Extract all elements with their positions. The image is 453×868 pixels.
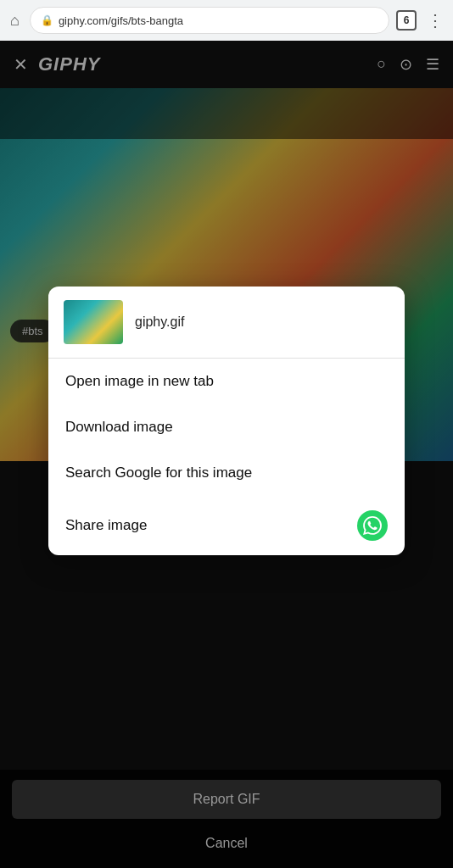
tab-count[interactable]: 6 — [396, 10, 417, 31]
context-menu-header: giphy.gif — [48, 287, 405, 359]
open-in-new-tab-label: Open image in new tab — [65, 373, 214, 390]
search-google-label: Search Google for this image — [65, 465, 252, 481]
browser-chrome: ⌂ 🔒 giphy.com/gifs/bts-bangta 6 ⋮ — [0, 0, 453, 41]
gif-thumbnail — [64, 300, 123, 344]
address-bar[interactable]: 🔒 giphy.com/gifs/bts-bangta — [30, 7, 389, 34]
search-google-button[interactable]: Search Google for this image — [48, 450, 405, 496]
download-image-label: Download image — [65, 419, 173, 436]
home-icon[interactable]: ⌂ — [7, 8, 23, 33]
browser-menu-icon[interactable]: ⋮ — [423, 7, 446, 34]
whatsapp-icon — [357, 510, 388, 541]
context-menu: giphy.gif Open image in new tab Download… — [48, 287, 405, 555]
open-in-new-tab-button[interactable]: Open image in new tab — [48, 359, 405, 404]
share-image-label: Share image — [65, 517, 147, 534]
url-text: giphy.com/gifs/bts-bangta — [59, 14, 378, 27]
gif-filename: giphy.gif — [135, 314, 184, 330]
page-background: ✕ GIPHY ○ ⊙ ☰ #bts #crazy #v #bangtan #t… — [0, 41, 453, 868]
download-image-button[interactable]: Download image — [48, 404, 405, 450]
lock-icon: 🔒 — [41, 14, 53, 26]
share-image-button[interactable]: Share image — [48, 496, 405, 555]
